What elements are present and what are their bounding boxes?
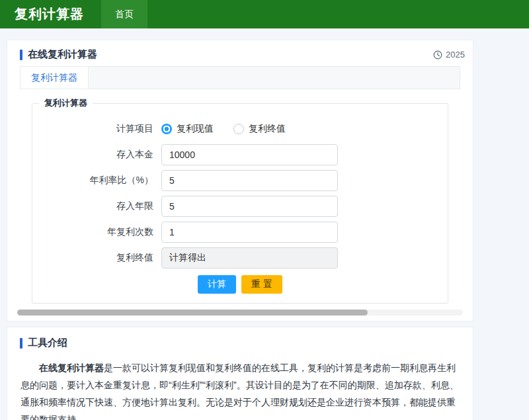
tool-intro-card: 工具介绍 在线复利计算器是一款可以计算复利现值和复利终值的在线工具，复利的计算是… [7,327,473,420]
page-title: 在线复利计算器 [28,48,97,61]
reset-button[interactable]: 重 置 [241,275,282,294]
calc-item-radio-group: 复利现值 复利终值 [161,123,305,135]
button-row: 计算 重 置 [32,275,448,294]
radio-present-value[interactable]: 复利现值 [161,123,214,135]
compound-times-label: 年复利次数 [32,226,161,238]
radio-present-label: 复利现值 [177,123,214,135]
intro-title: 工具介绍 [28,337,67,349]
result-label: 复利终值 [32,252,161,264]
radio-checked-icon [161,124,172,134]
clock-icon [433,50,442,60]
title-accent-bar [20,50,22,60]
calculator-card: 在线复利计算器 2025 复利计算器 复利计算器 计算项目 复利现值 [7,40,473,321]
year-text: 2025 [446,50,465,60]
calculator-card-header: 在线复利计算器 2025 [7,40,473,61]
annual-rate-label: 年利率比（%） [32,175,161,187]
years-row: 存入年限 [32,196,448,217]
principal-row: 存入本金 [32,144,448,165]
years-label: 存入年限 [32,200,161,212]
main-column: 在线复利计算器 2025 复利计算器 复利计算器 计算项目 复利现值 [7,40,473,420]
nav-item-home[interactable]: 首页 [101,0,147,28]
compound-times-row: 年复利次数 [32,222,448,243]
calculate-button[interactable]: 计算 [198,275,236,294]
calculator-fieldset: 复利计算器 计算项目 复利现值 复利终值 存入本金 [32,97,448,304]
title-accent-bar [20,338,22,349]
horizontal-scrollbar-track[interactable] [17,310,463,315]
radio-future-value[interactable]: 复利终值 [233,123,286,135]
compound-times-input[interactable] [161,222,338,243]
years-input[interactable] [161,196,338,217]
intro-card-header: 工具介绍 [7,327,473,349]
intro-bold-term: 在线复利计算器 [39,362,104,373]
fieldset-legend: 复利计算器 [39,97,93,109]
tab-bar: 复利计算器 [20,66,460,89]
radio-future-label: 复利终值 [249,123,286,135]
principal-input[interactable] [161,144,338,165]
calc-item-row: 计算项目 复利现值 复利终值 [32,118,448,140]
annual-rate-row: 年利率比（%） [32,170,448,191]
result-output [161,247,338,269]
annual-rate-input[interactable] [161,170,338,191]
top-navigation-bar: 复利计算器 首页 [0,0,529,28]
year-badge: 2025 [433,50,465,60]
result-row: 复利终值 [32,247,448,269]
radio-unchecked-icon [233,124,244,134]
site-brand: 复利计算器 [15,5,84,23]
principal-label: 存入本金 [32,149,161,161]
tab-compound-calculator[interactable]: 复利计算器 [20,67,89,89]
horizontal-scrollbar-thumb[interactable] [17,310,368,315]
intro-paragraph-1: 在线复利计算器是一款可以计算复利现值和复利终值的在线工具，复利的计算是考虑前一期… [20,359,460,420]
calc-item-label: 计算项目 [32,123,161,135]
